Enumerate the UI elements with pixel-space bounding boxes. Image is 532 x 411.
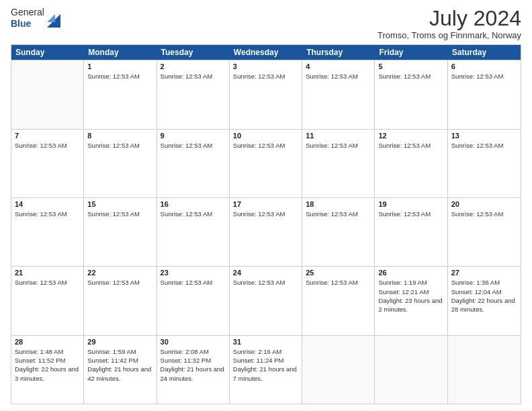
day-info: Sunrise: 12:53 AM	[306, 278, 371, 287]
day-info: Sunrise: 12:53 AM	[451, 210, 517, 218]
day-info: Sunrise: 12:53 AM	[87, 141, 152, 150]
day-info: Sunrise: 12:53 AM	[161, 72, 226, 81]
cal-cell-20: 20Sunrise: 12:53 AM	[448, 198, 521, 266]
header-cell-sunday: Sunday	[11, 45, 84, 60]
cal-cell-17: 17Sunrise: 12:53 AM	[230, 198, 302, 266]
cal-cell-7: 7Sunrise: 12:53 AM	[11, 130, 84, 197]
day-number: 30	[161, 338, 226, 346]
cal-cell-10: 10Sunrise: 12:53 AM	[230, 130, 302, 197]
day-info: Sunrise: 12:53 AM	[306, 210, 371, 218]
cal-cell-13: 13Sunrise: 12:53 AM	[448, 130, 521, 197]
week-row-1: 7Sunrise: 12:53 AM8Sunrise: 12:53 AM9Sun…	[11, 129, 521, 197]
day-number: 12	[378, 132, 443, 140]
day-number: 7	[15, 132, 80, 140]
day-number: 28	[15, 338, 80, 346]
day-number: 4	[306, 62, 371, 71]
cal-cell-empty-4-6	[448, 336, 521, 404]
logo-general: General	[11, 7, 44, 18]
cal-cell-empty-0-0	[11, 60, 84, 128]
day-info: Sunrise: 12:53 AM	[233, 210, 298, 218]
cal-cell-empty-4-5	[375, 336, 447, 404]
cal-cell-6: 6Sunrise: 12:53 AM	[448, 60, 521, 128]
cal-cell-14: 14Sunrise: 12:53 AM	[11, 198, 84, 266]
day-number: 8	[87, 132, 152, 140]
cal-cell-5: 5Sunrise: 12:53 AM	[375, 60, 447, 128]
day-info: Sunrise: 12:53 AM	[161, 141, 226, 150]
cal-cell-31: 31Sunrise: 2:16 AM Sunset: 11:24 PM Dayl…	[230, 336, 302, 404]
header-cell-tuesday: Tuesday	[157, 45, 230, 60]
day-number: 22	[87, 269, 152, 277]
day-number: 20	[451, 200, 517, 208]
cal-cell-4: 4Sunrise: 12:53 AM	[302, 60, 375, 128]
day-number: 25	[306, 269, 371, 277]
day-info: Sunrise: 12:53 AM	[15, 141, 80, 150]
day-info: Sunrise: 1:36 AM Sunset: 12:04 AM Daylig…	[451, 278, 517, 314]
day-number: 11	[306, 132, 371, 140]
day-number: 5	[378, 62, 443, 71]
month-year: July 2024	[378, 7, 521, 30]
cal-cell-26: 26Sunrise: 1:19 AM Sunset: 12:21 AM Dayl…	[375, 267, 447, 334]
day-info: Sunrise: 12:53 AM	[15, 210, 80, 218]
header: General Blue July 2024 Tromso, Troms og …	[11, 7, 521, 40]
day-number: 16	[161, 200, 226, 208]
cal-cell-18: 18Sunrise: 12:53 AM	[302, 198, 375, 266]
day-number: 13	[451, 132, 517, 140]
day-info: Sunrise: 1:48 AM Sunset: 11:52 PM Daylig…	[15, 347, 80, 383]
day-number: 27	[451, 269, 517, 277]
cal-cell-11: 11Sunrise: 12:53 AM	[302, 130, 375, 197]
cal-cell-29: 29Sunrise: 1:59 AM Sunset: 11:42 PM Dayl…	[84, 336, 157, 404]
calendar-header: SundayMondayTuesdayWednesdayThursdayFrid…	[11, 45, 521, 60]
header-cell-saturday: Saturday	[448, 45, 521, 60]
logo-text: General Blue	[11, 7, 44, 30]
day-info: Sunrise: 1:59 AM Sunset: 11:42 PM Daylig…	[87, 347, 152, 383]
cal-cell-30: 30Sunrise: 2:08 AM Sunset: 11:32 PM Dayl…	[157, 336, 230, 404]
day-number: 3	[233, 62, 298, 71]
day-number: 26	[378, 269, 443, 277]
day-info: Sunrise: 12:53 AM	[451, 72, 517, 81]
cal-cell-21: 21Sunrise: 12:53 AM	[11, 267, 84, 334]
cal-cell-27: 27Sunrise: 1:36 AM Sunset: 12:04 AM Dayl…	[448, 267, 521, 334]
day-info: Sunrise: 12:53 AM	[161, 210, 226, 218]
day-number: 6	[451, 62, 517, 71]
logo-icon	[47, 9, 60, 28]
logo-blue: Blue	[11, 18, 44, 30]
header-cell-monday: Monday	[84, 45, 157, 60]
calendar-body: 1Sunrise: 12:53 AM2Sunrise: 12:53 AM3Sun…	[11, 60, 521, 404]
cal-cell-3: 3Sunrise: 12:53 AM	[230, 60, 302, 128]
day-info: Sunrise: 12:53 AM	[378, 72, 443, 81]
cal-cell-25: 25Sunrise: 12:53 AM	[302, 267, 375, 334]
day-number: 15	[87, 200, 152, 208]
day-number: 17	[233, 200, 298, 208]
cal-cell-16: 16Sunrise: 12:53 AM	[157, 198, 230, 266]
day-number: 14	[15, 200, 80, 208]
calendar: SundayMondayTuesdayWednesdayThursdayFrid…	[11, 44, 521, 404]
location: Tromso, Troms og Finnmark, Norway	[378, 30, 521, 40]
cal-cell-22: 22Sunrise: 12:53 AM	[84, 267, 157, 334]
cal-cell-1: 1Sunrise: 12:53 AM	[84, 60, 157, 128]
day-info: Sunrise: 12:53 AM	[161, 278, 226, 287]
day-info: Sunrise: 12:53 AM	[451, 141, 517, 150]
cal-cell-9: 9Sunrise: 12:53 AM	[157, 130, 230, 197]
cal-cell-empty-4-4	[302, 336, 375, 404]
day-info: Sunrise: 12:53 AM	[378, 141, 443, 150]
day-info: Sunrise: 12:53 AM	[87, 278, 152, 287]
cal-cell-8: 8Sunrise: 12:53 AM	[84, 130, 157, 197]
day-info: Sunrise: 12:53 AM	[15, 278, 80, 287]
day-info: Sunrise: 12:53 AM	[378, 210, 443, 218]
cal-cell-24: 24Sunrise: 12:53 AM	[230, 267, 302, 334]
day-number: 21	[15, 269, 80, 277]
day-number: 24	[233, 269, 298, 277]
cal-cell-28: 28Sunrise: 1:48 AM Sunset: 11:52 PM Dayl…	[11, 336, 84, 404]
day-info: Sunrise: 2:16 AM Sunset: 11:24 PM Daylig…	[233, 347, 298, 383]
header-cell-friday: Friday	[375, 45, 447, 60]
day-number: 9	[161, 132, 226, 140]
logo: General Blue	[11, 7, 60, 30]
week-row-2: 14Sunrise: 12:53 AM15Sunrise: 12:53 AM16…	[11, 197, 521, 266]
day-number: 19	[378, 200, 443, 208]
day-number: 2	[161, 62, 226, 71]
day-number: 23	[161, 269, 226, 277]
day-number: 31	[233, 338, 298, 346]
svg-marker-1	[47, 14, 55, 22]
cal-cell-19: 19Sunrise: 12:53 AM	[375, 198, 447, 266]
title-block: July 2024 Tromso, Troms og Finnmark, Nor…	[378, 7, 521, 40]
